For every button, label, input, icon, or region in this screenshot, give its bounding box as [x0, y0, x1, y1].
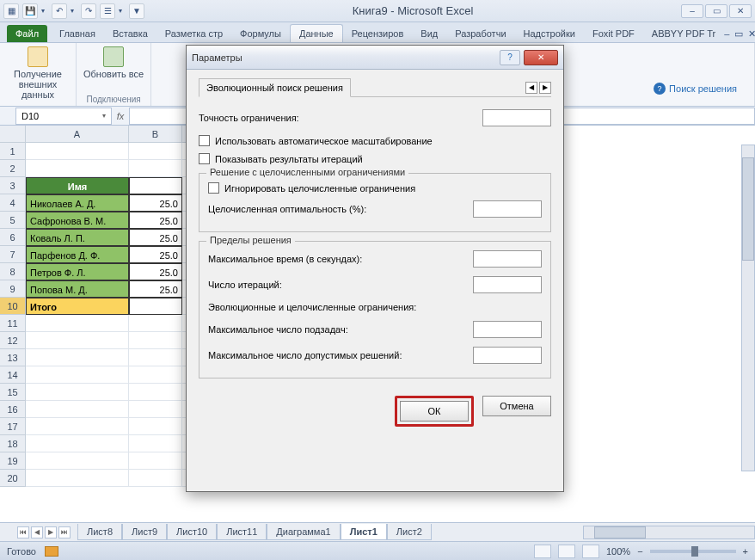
- precision-input[interactable]: [482, 109, 551, 126]
- solver-button[interactable]: ? Поиск решения: [654, 83, 747, 95]
- tab-review[interactable]: Рецензиров: [343, 25, 413, 42]
- cell[interactable]: 25.0: [129, 194, 182, 212]
- iterations-input[interactable]: [473, 276, 542, 293]
- name-box[interactable]: D10 ▾: [15, 108, 112, 125]
- ignore-int-checkbox[interactable]: Игнорировать целочисленные ограничения: [208, 182, 542, 194]
- view-break-button[interactable]: [582, 545, 599, 558]
- vertical-scrollbar[interactable]: [741, 145, 755, 471]
- cell[interactable]: [26, 366, 129, 384]
- cell[interactable]: [129, 452, 182, 470]
- qat-dropdown[interactable]: ▾: [41, 7, 48, 15]
- tab-view[interactable]: Вид: [412, 25, 446, 42]
- minimize-button[interactable]: –: [681, 4, 703, 18]
- undo-dropdown[interactable]: ▾: [71, 7, 77, 15]
- h-scroll-thumb[interactable]: [594, 526, 646, 538]
- row-header-10[interactable]: 10: [0, 298, 26, 315]
- zoom-slider[interactable]: [650, 550, 736, 553]
- zoom-out-button[interactable]: −: [637, 546, 642, 557]
- cell[interactable]: [129, 401, 182, 418]
- view-normal-button[interactable]: [534, 545, 551, 558]
- cell[interactable]: Петров Ф. Л.: [26, 263, 129, 280]
- cell[interactable]: [26, 315, 129, 332]
- sheet-nav-next[interactable]: ▶: [45, 526, 57, 538]
- tab-scroll-left[interactable]: ◀: [525, 82, 537, 94]
- row-header-2[interactable]: 2: [0, 160, 26, 177]
- select-all-corner[interactable]: [0, 126, 26, 143]
- showiter-checkbox[interactable]: Показывать результаты итераций: [199, 153, 551, 164]
- cell[interactable]: Сафронова В. М.: [26, 212, 129, 229]
- row-header-14[interactable]: 14: [0, 366, 26, 384]
- sheet-tab-Лист1[interactable]: Лист1: [341, 524, 387, 540]
- cell[interactable]: [26, 332, 129, 349]
- cell[interactable]: 25.0: [129, 246, 182, 263]
- maxfeas-input[interactable]: [473, 347, 542, 364]
- cell[interactable]: 25.0: [129, 212, 182, 229]
- view-layout-button[interactable]: [558, 545, 575, 558]
- cell[interactable]: [129, 160, 182, 177]
- row-header-15[interactable]: 15: [0, 384, 26, 401]
- macro-record-icon[interactable]: [45, 546, 58, 557]
- cell[interactable]: [26, 435, 129, 452]
- cell[interactable]: [129, 366, 182, 384]
- cell[interactable]: [26, 470, 129, 487]
- sheet-nav-last[interactable]: ⏭: [58, 526, 71, 538]
- filter-icon[interactable]: ▼: [129, 3, 144, 19]
- cell[interactable]: [26, 384, 129, 401]
- tab-layout[interactable]: Разметка стр: [157, 25, 231, 42]
- zoom-level[interactable]: 100%: [606, 546, 630, 557]
- cell[interactable]: [129, 177, 182, 194]
- sheet-tab-Лист2[interactable]: Лист2: [387, 524, 432, 540]
- cell[interactable]: [129, 470, 182, 487]
- cell[interactable]: Парфенов Д. Ф.: [26, 246, 129, 263]
- row-header-16[interactable]: 16: [0, 401, 26, 418]
- cell[interactable]: [129, 418, 182, 435]
- col-header-A[interactable]: A: [26, 126, 129, 143]
- doc-close-icon[interactable]: ✕: [748, 28, 755, 42]
- zoom-in-button[interactable]: +: [743, 546, 748, 557]
- row-header-18[interactable]: 18: [0, 435, 26, 452]
- close-button[interactable]: ✕: [729, 4, 752, 18]
- cell[interactable]: Николаев А. Д.: [26, 194, 129, 212]
- cell[interactable]: Итого: [26, 298, 129, 315]
- cell[interactable]: [129, 298, 182, 315]
- tab-file[interactable]: Файл: [7, 25, 47, 42]
- tab-scroll-right[interactable]: ▶: [539, 82, 551, 94]
- autoscale-checkbox[interactable]: Использовать автоматическое масштабирова…: [199, 135, 551, 146]
- cell[interactable]: [129, 349, 182, 366]
- row-header-5[interactable]: 5: [0, 212, 26, 229]
- cell[interactable]: [129, 332, 182, 349]
- maximize-button[interactable]: ▭: [705, 4, 727, 18]
- maxsub-input[interactable]: [473, 321, 542, 338]
- cell[interactable]: 25.0: [129, 263, 182, 280]
- save-icon[interactable]: 💾: [22, 3, 38, 19]
- cell[interactable]: [26, 418, 129, 435]
- refresh-all-button[interactable]: Обновить все: [83, 46, 144, 79]
- tab-foxit[interactable]: Foxit PDF: [584, 25, 643, 42]
- v-scroll-thumb[interactable]: [742, 157, 754, 261]
- redo-icon[interactable]: ↷: [81, 3, 96, 19]
- dialog-titlebar[interactable]: Параметры ? ✕: [187, 46, 563, 70]
- cell[interactable]: 25.0: [129, 229, 182, 246]
- row-header-7[interactable]: 7: [0, 246, 26, 263]
- sheet-nav-first[interactable]: ⏮: [17, 526, 29, 538]
- row-header-3[interactable]: 3: [0, 177, 26, 194]
- row-header-11[interactable]: 11: [0, 315, 26, 332]
- ok-button[interactable]: ОК: [400, 401, 469, 422]
- row-header-17[interactable]: 17: [0, 418, 26, 435]
- doc-minimize-icon[interactable]: –: [724, 28, 729, 42]
- get-external-data-button[interactable]: Получение внешних данных: [7, 46, 69, 100]
- preview-dropdown[interactable]: ▾: [119, 7, 126, 15]
- tab-abbyy[interactable]: ABBYY PDF Tr: [643, 25, 724, 42]
- cell[interactable]: Попова М. Д.: [26, 280, 129, 298]
- horizontal-scrollbar[interactable]: [583, 526, 755, 539]
- row-header-8[interactable]: 8: [0, 263, 26, 280]
- name-box-dropdown-icon[interactable]: ▾: [102, 112, 106, 120]
- row-header-9[interactable]: 9: [0, 280, 26, 298]
- cell[interactable]: [129, 435, 182, 452]
- undo-icon[interactable]: ↶: [52, 3, 67, 19]
- cell[interactable]: 25.0: [129, 280, 182, 298]
- cancel-button[interactable]: Отмена: [482, 396, 551, 416]
- sheet-tab-Лист8[interactable]: Лист8: [77, 524, 122, 540]
- sheet-tab-Лист11[interactable]: Лист11: [217, 524, 267, 540]
- tab-addins[interactable]: Надстройки: [515, 25, 584, 42]
